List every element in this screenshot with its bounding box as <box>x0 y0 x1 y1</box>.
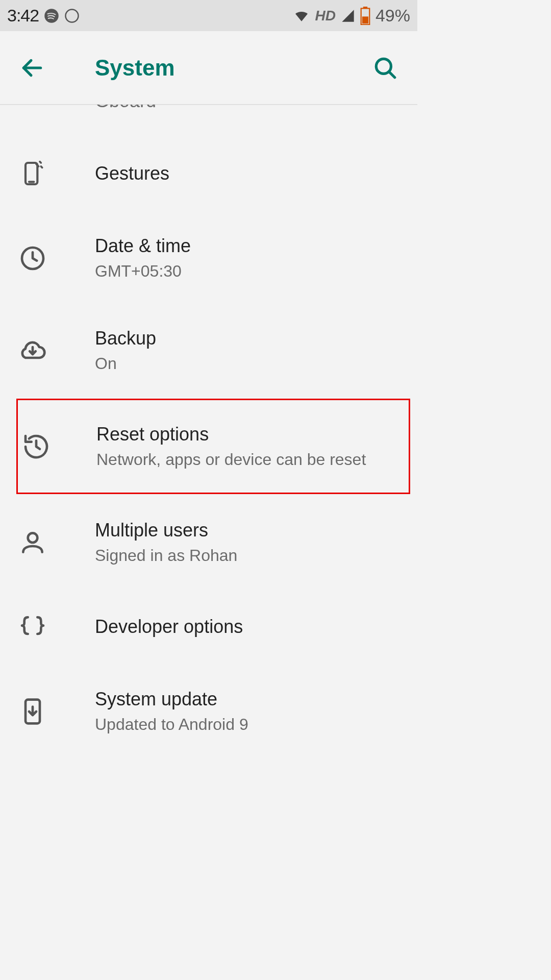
search-button[interactable] <box>367 50 403 86</box>
status-time: 3:42 <box>7 6 39 26</box>
list-item-multiple-users[interactable]: Multiple users Signed in as Rohan <box>0 496 417 589</box>
item-title: Gestures <box>95 163 407 184</box>
svg-point-1 <box>66 9 79 22</box>
item-title: System update <box>95 689 407 710</box>
cellular-icon <box>341 9 355 23</box>
highlight-reset-options: Reset options Network, apps or device ca… <box>16 399 410 494</box>
cloud-download-icon <box>18 336 47 365</box>
item-title: Multiple users <box>95 520 407 541</box>
item-title: Date & time <box>95 235 407 257</box>
restore-icon <box>22 432 51 461</box>
status-left: 3:42 <box>7 6 80 26</box>
system-update-icon <box>18 697 47 726</box>
clock-icon <box>18 244 47 273</box>
list-item-gestures[interactable]: Gestures <box>0 135 417 212</box>
circle-icon <box>64 8 80 23</box>
item-subtitle: GMT+05:30 <box>95 262 407 281</box>
status-right: HD 49% <box>293 6 410 26</box>
item-title: Developer options <box>95 616 407 638</box>
battery-icon <box>360 7 370 25</box>
page-title: System <box>95 55 367 81</box>
list-item-developer-options[interactable]: Developer options <box>0 589 417 665</box>
hd-indicator: HD <box>315 8 335 24</box>
list-item-reset-options[interactable]: Reset options Network, apps or device ca… <box>18 400 409 493</box>
settings-list[interactable]: Gboard Gestures Date & time GMT+05:30 <box>0 105 417 757</box>
spotify-icon <box>44 8 59 23</box>
list-item-peek[interactable]: Gboard <box>0 105 417 135</box>
item-subtitle: Signed in as Rohan <box>95 546 407 565</box>
peek-subtitle: Gboard <box>95 105 156 112</box>
svg-line-7 <box>389 71 394 77</box>
back-button[interactable] <box>14 50 50 86</box>
item-subtitle: On <box>95 354 407 373</box>
item-subtitle: Updated to Android 9 <box>95 715 407 734</box>
list-item-date-time[interactable]: Date & time GMT+05:30 <box>0 212 417 304</box>
battery-percent: 49% <box>375 6 410 26</box>
item-title: Backup <box>95 328 407 349</box>
item-subtitle: Network, apps or device can be reset <box>96 450 398 469</box>
item-title: Reset options <box>96 424 398 445</box>
braces-icon <box>18 612 47 641</box>
list-item-backup[interactable]: Backup On <box>0 304 417 397</box>
search-icon <box>372 55 398 81</box>
status-bar: 3:42 HD 49% <box>0 0 417 31</box>
app-bar: System <box>0 31 417 105</box>
svg-point-11 <box>28 533 38 543</box>
arrow-left-icon <box>19 55 45 81</box>
person-icon <box>18 528 47 557</box>
svg-rect-4 <box>362 16 368 23</box>
wifi-icon <box>293 8 310 24</box>
gestures-icon <box>18 159 47 188</box>
list-item-system-update[interactable]: System update Updated to Android 9 <box>0 665 417 757</box>
